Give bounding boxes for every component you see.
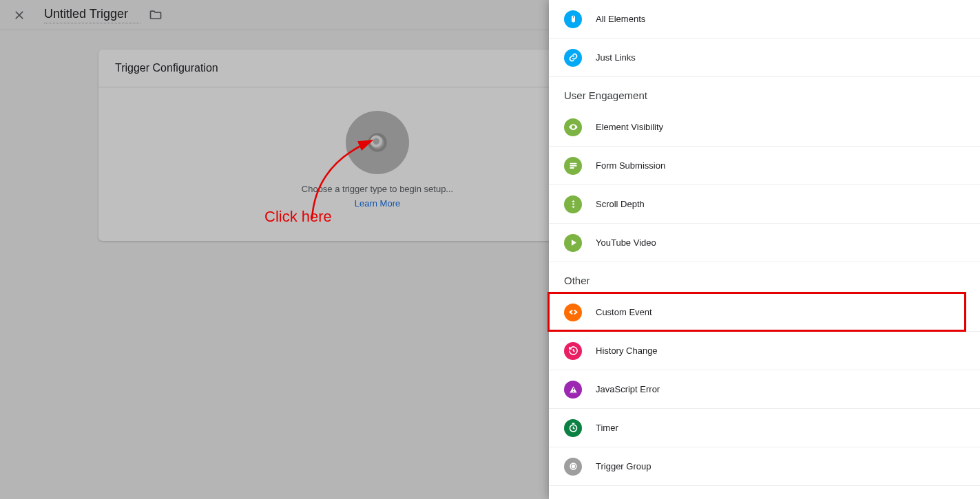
timer-icon <box>564 419 582 437</box>
close-icon <box>12 8 26 22</box>
group-icon <box>564 458 582 476</box>
trigger-type-item[interactable]: Element Visibility <box>549 108 980 147</box>
folder-icon <box>149 8 163 22</box>
mouse-icon <box>564 10 582 28</box>
eye-icon <box>564 118 582 136</box>
trigger-type-item[interactable]: Scroll Depth <box>549 185 980 224</box>
folder-button[interactable] <box>149 8 163 22</box>
trigger-type-item[interactable]: JavaScript Error <box>549 370 980 409</box>
trigger-type-label: Timer <box>596 423 618 433</box>
trigger-name-input[interactable]: Untitled Trigger <box>44 7 140 23</box>
scroll-icon <box>564 195 582 213</box>
trigger-type-item[interactable]: All Elements <box>549 0 980 39</box>
panel-section-heading: User Engagement <box>549 77 980 108</box>
svg-rect-7 <box>570 167 574 169</box>
trigger-type-item[interactable]: Custom Event <box>549 293 980 332</box>
svg-rect-5 <box>570 163 576 164</box>
trigger-type-label: Form Submission <box>596 160 665 171</box>
svg-point-11 <box>572 465 574 468</box>
learn-more-link[interactable]: Learn More <box>355 198 400 209</box>
trigger-type-label: YouTube Video <box>596 237 656 248</box>
link-icon <box>564 49 582 67</box>
trigger-type-label: Element Visibility <box>596 122 663 132</box>
form-icon <box>564 157 582 175</box>
play-icon <box>564 234 582 252</box>
tag-icon <box>364 129 391 156</box>
svg-point-1 <box>372 137 381 146</box>
close-button[interactable] <box>11 7 28 23</box>
panel-section-heading: Other <box>549 262 980 293</box>
annotation-label: Click here <box>264 208 332 226</box>
trigger-type-item[interactable]: Form Submission <box>549 147 980 185</box>
trigger-type-side-panel: All ElementsJust LinksUser EngagementEle… <box>549 0 980 499</box>
choose-trigger-placeholder-circle <box>346 111 409 174</box>
trigger-type-item[interactable]: YouTube Video <box>549 224 980 262</box>
trigger-type-label: History Change <box>596 346 658 356</box>
trigger-type-item[interactable]: Trigger Group <box>549 447 980 486</box>
trigger-type-label: JavaScript Error <box>596 384 660 394</box>
svg-rect-6 <box>570 165 576 167</box>
trigger-type-label: All Elements <box>596 14 645 24</box>
warning-icon <box>564 381 582 399</box>
history-icon <box>564 342 582 360</box>
svg-point-8 <box>572 203 574 205</box>
code-icon <box>564 304 582 321</box>
trigger-type-item[interactable]: Timer <box>549 409 980 447</box>
trigger-type-label: Trigger Group <box>596 461 651 471</box>
trigger-type-item[interactable]: History Change <box>549 332 980 370</box>
trigger-type-item[interactable]: Just Links <box>549 39 980 77</box>
trigger-type-label: Custom Event <box>596 307 652 317</box>
trigger-type-label: Scroll Depth <box>596 199 645 209</box>
trigger-type-label: Just Links <box>596 52 636 63</box>
svg-point-4 <box>572 126 574 128</box>
choose-trigger-prompt: Choose a trigger type to begin setup... <box>302 184 453 194</box>
